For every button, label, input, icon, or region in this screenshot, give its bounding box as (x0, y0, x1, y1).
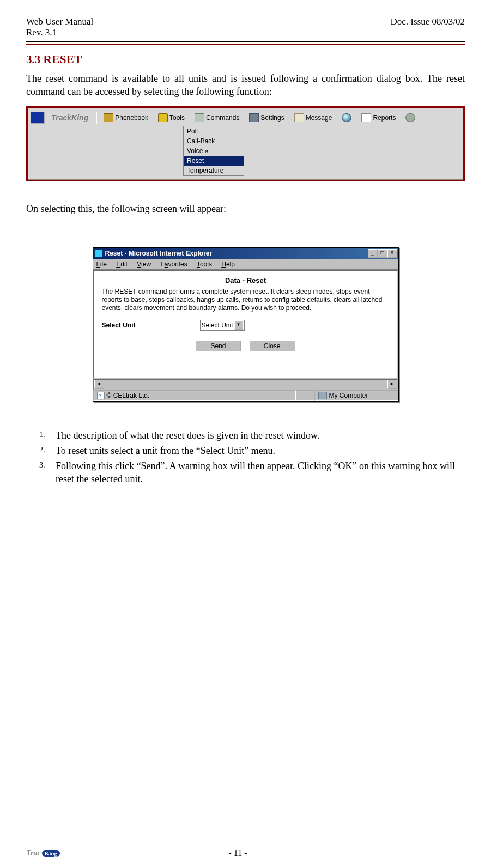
dropdown-item-callback[interactable]: Call-Back (184, 136, 244, 146)
minimize-button[interactable]: _ (368, 249, 378, 258)
list-item: 2. To reset units select a unit from the… (39, 444, 465, 457)
list-text: Following this click “Send”. A warning b… (56, 459, 465, 486)
header-issue: Doc. Issue 08/03/02 (391, 16, 465, 38)
report-icon (361, 113, 371, 122)
reports-label: Reports (373, 114, 396, 122)
menu-favorites[interactable]: Favorites (160, 260, 187, 268)
dropdown-item-poll[interactable]: Poll (184, 126, 244, 136)
reports-button[interactable]: Reports (358, 112, 399, 123)
select-unit-label: Select Unit (102, 321, 200, 329)
app-brand: TrackKing (48, 113, 92, 122)
horizontal-scrollbar[interactable]: ◄ ► (93, 379, 398, 390)
menu-view[interactable]: View (137, 260, 151, 268)
dialog-description: The RESET command performs a complete sy… (102, 288, 390, 312)
window-titlebar[interactable]: Reset - Microsoft Internet Explorer _ □ … (93, 248, 398, 259)
ie-icon (94, 249, 103, 258)
close-window-button[interactable]: × (387, 249, 397, 258)
list-number: 3. (39, 459, 56, 486)
globe-icon (342, 113, 351, 122)
commands-dropdown[interactable]: Poll Call-Back Voice » Reset Temperature (183, 126, 244, 176)
menubar: FFileile Edit View Favorites Tools Help (93, 259, 398, 270)
commands-label: Commands (206, 114, 239, 122)
scroll-left-icon[interactable]: ◄ (94, 380, 104, 389)
section-heading: 3.3 Reset (26, 53, 465, 66)
window-title-text: Reset - Microsoft Internet Explorer (105, 250, 213, 257)
footer-divider (26, 842, 465, 845)
dropdown-item-reset[interactable]: Reset (184, 156, 244, 166)
tools-button[interactable]: Tools (155, 112, 188, 123)
settings-icon (249, 113, 259, 122)
message-button[interactable]: Message (291, 112, 336, 123)
figure-toolbar-dropdown: TrackKing Phonebook Tools Commands Setti… (26, 106, 465, 181)
phonebook-label: Phonebook (115, 114, 148, 122)
phonebook-button[interactable]: Phonebook (100, 112, 151, 123)
chevron-down-icon: ▼ (234, 321, 243, 330)
send-button[interactable]: Send (196, 341, 240, 351)
close-button[interactable]: Close (249, 341, 295, 351)
commands-button[interactable]: Commands (191, 112, 243, 123)
toolbar-separator (95, 112, 97, 124)
list-text: The description of what the reset does i… (56, 429, 465, 442)
menu-tools[interactable]: Tools (197, 260, 212, 268)
dialog-heading: Data - Reset (102, 276, 390, 284)
maximize-button[interactable]: □ (378, 249, 387, 258)
footer-logo: TracKing (26, 849, 60, 858)
status-zone: My Computer (314, 390, 398, 401)
select-unit-value: Select Unit (202, 321, 233, 329)
header-divider (26, 41, 465, 45)
envelope-icon (294, 113, 304, 122)
page-icon (97, 392, 105, 399)
menu-help[interactable]: Help (221, 260, 235, 268)
list-number: 2. (39, 444, 56, 457)
menu-file[interactable]: FFileile (96, 260, 107, 268)
help-button[interactable] (402, 112, 419, 123)
settings-button[interactable]: Settings (246, 112, 287, 123)
list-text: To reset units select a unit from the “S… (56, 444, 465, 457)
list-item: 3. Following this click “Send”. A warnin… (39, 459, 465, 486)
scroll-right-icon[interactable]: ► (387, 380, 397, 389)
book-icon (104, 113, 113, 122)
list-item: 1. The description of what the reset doe… (39, 429, 465, 442)
menu-edit[interactable]: Edit (116, 260, 128, 268)
header-title: Web User Manual (26, 16, 93, 27)
select-unit-dropdown[interactable]: Select Unit ▼ (200, 320, 245, 331)
commands-icon (195, 113, 204, 122)
globe-button[interactable] (338, 112, 355, 123)
tools-label: Tools (169, 114, 185, 122)
dropdown-item-voice[interactable]: Voice » (184, 146, 244, 156)
dropdown-item-temperature[interactable]: Temperature (184, 166, 244, 175)
computer-icon (318, 392, 327, 399)
settings-label: Settings (260, 114, 284, 122)
bridge-paragraph: On selecting this, the following screen … (26, 203, 465, 215)
intro-paragraph: The reset command is available to all un… (26, 72, 465, 99)
page-number: - 11 - (60, 848, 416, 858)
app-logo (31, 112, 45, 124)
message-label: Message (306, 114, 332, 122)
figure-reset-dialog: Reset - Microsoft Internet Explorer _ □ … (93, 247, 399, 402)
instruction-list: 1. The description of what the reset doe… (39, 429, 465, 486)
status-left: © CELtrak Ltd. (93, 390, 296, 401)
list-number: 1. (39, 429, 56, 442)
help-icon (405, 113, 415, 122)
status-empty (296, 390, 314, 401)
header-rev: Rev. 3.1 (26, 27, 93, 38)
tools-icon (158, 113, 168, 122)
